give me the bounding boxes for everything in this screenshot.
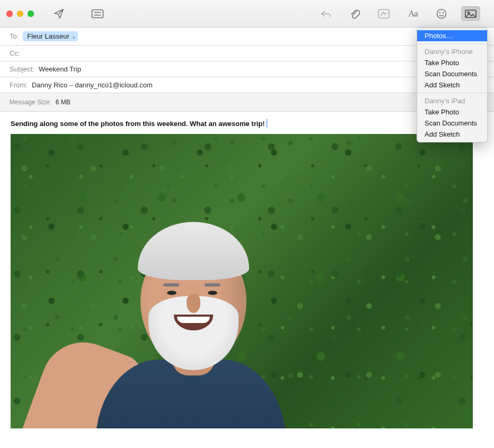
send-segment [50, 6, 75, 21]
svg-point-4 [437, 9, 446, 18]
chevron-down-icon [69, 11, 74, 16]
menu-separator [417, 43, 487, 44]
format-button[interactable]: Aa [404, 6, 422, 21]
photo-browser-segment [461, 6, 488, 21]
minimize-window-button[interactable] [17, 11, 23, 17]
recipient-pill[interactable]: Fleur Lasseur ⌄ [23, 31, 77, 41]
svg-point-8 [467, 12, 469, 13]
reply-button[interactable] [317, 6, 335, 21]
photo-person [69, 227, 313, 428]
from-value: Danny Rico – danny_rico1@icloud.com [32, 81, 153, 89]
chevron-down-icon: ⌄ [72, 33, 76, 39]
chevron-down-icon [108, 11, 113, 16]
from-label: From: [10, 81, 28, 89]
reply-arrow-icon [320, 8, 332, 19]
recipient-name: Fleur Lasseur [27, 32, 69, 40]
header-fields-button[interactable] [88, 6, 107, 21]
to-label: To: [10, 32, 19, 40]
menu-item-iphone-take-photo[interactable]: Take Photo [417, 57, 487, 68]
menu-item-ipad-add-sketch[interactable]: Add Sketch [417, 129, 487, 140]
send-options-button[interactable] [68, 11, 75, 16]
emoji-button[interactable] [433, 6, 451, 21]
markup-icon [377, 8, 390, 19]
message-size-label: Message Size: [10, 98, 51, 106]
menu-separator [417, 93, 487, 93]
menu-item-ipad-take-photo[interactable]: Take Photo [417, 106, 487, 118]
svg-rect-0 [92, 10, 103, 17]
close-window-button[interactable] [6, 11, 13, 17]
compose-body[interactable]: Sending along some of the photos from th… [0, 112, 494, 436]
chevron-down-icon [481, 11, 487, 16]
attached-image[interactable] [11, 134, 473, 428]
window-controls [6, 11, 34, 17]
subject-value: Weekend Trip [39, 65, 81, 73]
svg-point-5 [439, 12, 440, 13]
paper-plane-icon [53, 8, 65, 20]
menu-item-iphone-add-sketch[interactable]: Add Sketch [417, 79, 487, 91]
markup-button[interactable] [374, 6, 393, 21]
header-fields-segment [88, 6, 114, 21]
titlebar: Aa [0, 0, 494, 28]
menu-section-iphone: Danny’s iPhone [417, 46, 487, 57]
photo-browser-options-button[interactable] [480, 11, 488, 16]
message-size-value: 6 MB [56, 98, 70, 106]
photo-icon [464, 9, 477, 19]
send-button[interactable] [50, 6, 68, 21]
smiley-icon [436, 8, 447, 19]
menu-section-ipad: Danny’s iPad [417, 95, 487, 106]
list-icon [91, 9, 104, 19]
cc-label: Cc: [10, 49, 20, 57]
toolbar-right-group: Aa [317, 6, 488, 21]
body-text: Sending along some of the photos from th… [11, 120, 265, 128]
menu-item-ipad-scan-documents[interactable]: Scan Documents [417, 118, 487, 129]
menu-item-iphone-scan-documents[interactable]: Scan Documents [417, 68, 487, 79]
header-fields-options-button[interactable] [107, 11, 114, 16]
zoom-window-button[interactable] [28, 11, 34, 17]
menu-item-photos[interactable]: Photos… [417, 30, 487, 41]
photo-browser-button[interactable] [461, 6, 480, 21]
svg-rect-3 [378, 10, 389, 18]
format-icon: Aa [408, 8, 418, 19]
text-cursor [267, 119, 267, 128]
paperclip-icon [349, 8, 360, 20]
subject-label: Subject: [10, 65, 34, 73]
attach-button[interactable] [346, 6, 364, 21]
photo-browser-menu: Photos… Danny’s iPhone Take Photo Scan D… [417, 28, 488, 142]
svg-point-6 [443, 12, 443, 13]
